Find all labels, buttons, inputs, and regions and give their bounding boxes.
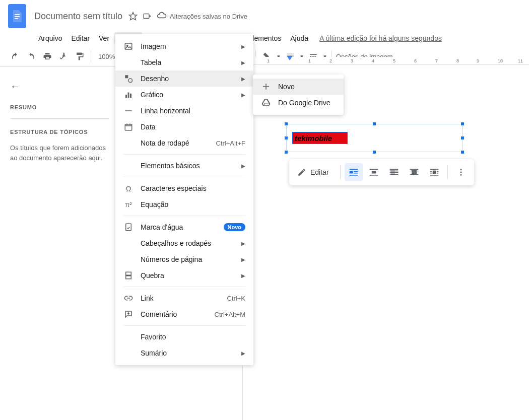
wrap-behind-option[interactable] (385, 163, 403, 181)
doc-title[interactable]: Documento sem título (34, 11, 122, 22)
sidebar-resumo-heading: RESUMO (10, 104, 109, 110)
print-button[interactable] (40, 49, 54, 63)
svg-rect-55 (437, 173, 438, 174)
chevron-right-icon: ▶ (241, 241, 245, 246)
menu-item-numeros-pagina[interactable]: Números de página ▶ (115, 251, 253, 267)
menu-item-sumario[interactable]: Sumário ▶ (115, 345, 253, 361)
svg-rect-46 (410, 169, 418, 170)
menu-arquivo[interactable]: Arquivo (34, 32, 66, 44)
submenu-item-drive[interactable]: Do Google Drive (253, 95, 344, 111)
format-paint-button[interactable] (73, 49, 87, 63)
menu-item-favorito[interactable]: Favorito (115, 329, 253, 345)
menu-ver[interactable]: Ver (95, 32, 113, 44)
wrap-square-option[interactable] (425, 163, 443, 181)
svg-marker-3 (129, 13, 137, 20)
move-icon[interactable] (143, 12, 152, 21)
svg-rect-4 (144, 14, 149, 19)
docs-logo[interactable] (8, 4, 26, 28)
svg-rect-38 (369, 169, 378, 170)
menu-editar[interactable]: Editar (67, 32, 94, 44)
menu-item-tabela[interactable]: Tabela ▶ (115, 54, 253, 71)
wrap-front-option[interactable] (405, 163, 423, 181)
ruler-indent-marker[interactable] (287, 56, 292, 60)
svg-rect-50 (430, 169, 438, 170)
svg-rect-41 (389, 169, 398, 170)
drawing-icon (123, 74, 134, 84)
svg-rect-73 (263, 86, 269, 87)
menu-item-desenho[interactable]: Desenho ▶ (115, 71, 253, 87)
svg-rect-65 (128, 93, 129, 98)
drawing-object[interactable]: tekimobile (292, 132, 348, 144)
hr-icon (123, 106, 134, 116)
undo-button[interactable] (8, 49, 22, 63)
wrap-inline-option[interactable] (345, 163, 363, 181)
menu-item-link[interactable]: Link Ctrl+K (115, 290, 253, 306)
svg-rect-26 (310, 54, 317, 55)
omega-icon: Ω (123, 183, 134, 193)
menu-item-quebra[interactable]: Quebra ▶ (115, 267, 253, 284)
svg-rect-66 (130, 94, 131, 98)
menu-item-marca-dagua[interactable]: Marca d'água Novo (115, 219, 253, 235)
comment-icon (123, 309, 134, 319)
chevron-right-icon: ▶ (241, 60, 245, 65)
spellcheck-button[interactable] (56, 49, 71, 63)
svg-rect-56 (430, 175, 438, 176)
svg-rect-37 (349, 175, 358, 176)
svg-rect-33 (349, 169, 358, 170)
plus-icon (261, 82, 271, 92)
svg-rect-40 (369, 175, 378, 176)
zoom-level[interactable]: 100% (95, 53, 118, 60)
chevron-right-icon: ▶ (241, 351, 245, 356)
watermark-icon (123, 222, 134, 232)
menu-item-grafico[interactable]: Gráfico ▶ (115, 87, 253, 103)
menu-item-equacao[interactable]: π² Equação (115, 196, 253, 213)
svg-rect-23 (287, 54, 294, 54)
svg-rect-53 (437, 171, 438, 172)
svg-rect-70 (126, 272, 131, 275)
horizontal-ruler: 1 1 2 3 4 5 6 7 8 9 10 11 (235, 57, 529, 65)
svg-rect-34 (349, 171, 353, 174)
submenu-item-novo[interactable]: Novo (253, 79, 344, 95)
svg-rect-71 (126, 276, 131, 279)
menu-item-data[interactable]: Data (115, 119, 253, 135)
chart-icon (123, 90, 134, 100)
svg-rect-64 (125, 95, 127, 98)
last-edit-link[interactable]: A última edição foi há alguns segundos (319, 32, 442, 44)
link-icon (123, 293, 134, 303)
redo-button[interactable] (24, 49, 38, 63)
document-canvas[interactable]: tekimobile (243, 65, 529, 420)
menu-item-nota-rodape[interactable]: Nota de rodapé Ctrl+Alt+F (115, 135, 253, 151)
svg-rect-36 (354, 173, 358, 174)
menu-item-linha-horizontal[interactable]: Linha horizontal (115, 103, 253, 119)
svg-rect-45 (389, 174, 398, 175)
menu-item-cabecalhos[interactable]: Cabeçalhos e rodapés ▶ (115, 235, 253, 251)
svg-rect-44 (389, 172, 398, 173)
svg-rect-60 (125, 43, 132, 49)
svg-rect-54 (430, 173, 431, 174)
star-icon[interactable] (128, 12, 138, 21)
sidebar-estrutura-heading: ESTRUTURA DE TÓPICOS (10, 129, 109, 135)
menu-ajuda[interactable]: Ajuda (286, 32, 312, 44)
svg-rect-39 (371, 171, 375, 174)
svg-rect-35 (354, 171, 358, 172)
chevron-right-icon: ▶ (241, 76, 245, 82)
svg-rect-1 (15, 16, 20, 17)
break-icon (123, 270, 134, 281)
svg-rect-2 (15, 18, 18, 19)
cloud-icon (157, 11, 167, 21)
menu-item-comentario[interactable]: Comentário Ctrl+Alt+M (115, 306, 253, 322)
svg-rect-0 (15, 14, 20, 15)
menu-item-elementos-basicos[interactable]: Elementos básicos ▶ (115, 158, 253, 174)
wrap-break-option[interactable] (365, 163, 383, 181)
more-options-button[interactable] (452, 163, 470, 181)
edit-drawing-button[interactable]: Editar (293, 163, 336, 181)
svg-rect-49 (410, 174, 418, 175)
svg-rect-67 (125, 110, 132, 111)
svg-rect-52 (432, 171, 436, 174)
sidebar-back-button[interactable]: ← (10, 81, 109, 92)
image-floating-toolbar: Editar (289, 159, 474, 185)
chevron-right-icon: ▶ (241, 163, 245, 169)
menu-item-caracteres-especiais[interactable]: Ω Caracteres especiais (115, 180, 253, 196)
calendar-icon (123, 122, 134, 132)
menu-item-imagem[interactable]: Imagem ▶ (115, 38, 253, 54)
